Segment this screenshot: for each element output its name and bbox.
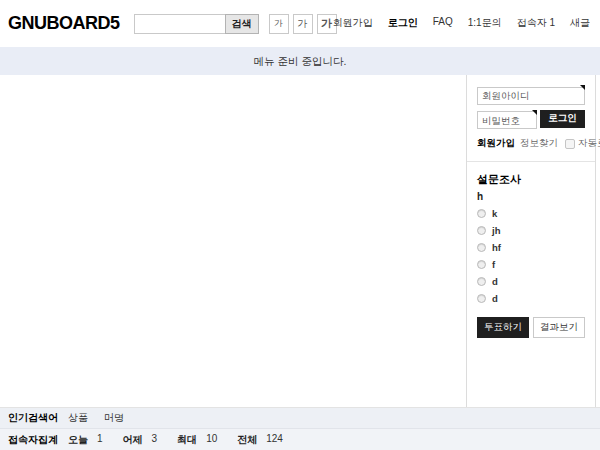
- poll-result-button[interactable]: 결과보기: [533, 317, 585, 338]
- poll-option[interactable]: hf: [477, 242, 585, 253]
- poll-option[interactable]: k: [477, 208, 585, 219]
- site-logo[interactable]: GNUBOARD5: [8, 13, 120, 34]
- font-size-medium-button[interactable]: 가: [293, 14, 313, 34]
- stat-max: 최대 10: [177, 433, 217, 447]
- stat-total: 전체 124: [237, 433, 283, 447]
- menu-preparing-message: 메뉴 준비 중입니다.: [254, 55, 347, 67]
- radio-icon[interactable]: [477, 243, 486, 252]
- poll-box: 설문조사 h k jh hf: [467, 162, 595, 348]
- poll-option-label: jh: [492, 225, 500, 236]
- poll-option-label: d: [492, 293, 498, 304]
- login-links-row: 회원가입 정보찾기 자동로그인: [477, 137, 585, 150]
- radio-icon[interactable]: [477, 226, 486, 235]
- popular-keyword-link[interactable]: 상품: [68, 411, 88, 425]
- poll-option-label: hf: [492, 242, 501, 253]
- search-form: 검색: [134, 14, 259, 34]
- register-link[interactable]: 회원가입: [477, 137, 515, 150]
- stat-label: 오늘: [68, 433, 88, 447]
- search-button[interactable]: 검색: [225, 14, 259, 34]
- poll-buttons-row: 투표하기 결과보기: [477, 317, 585, 338]
- login-box: 로그인 회원가입 정보찾기 자동로그인: [467, 75, 595, 161]
- menu-login-link[interactable]: 로그인: [388, 16, 418, 30]
- stat-label: 전체: [237, 433, 257, 447]
- poll-title: 설문조사: [477, 172, 585, 187]
- stat-value: 10: [206, 433, 217, 447]
- menu-connected-users-link[interactable]: 접속자 1: [517, 16, 555, 30]
- main-content-area: 로그인 회원가입 정보찾기 자동로그인 설문조사 h: [0, 75, 600, 407]
- poll-option[interactable]: d: [477, 276, 585, 287]
- font-size-small-button[interactable]: 가: [269, 14, 289, 34]
- stat-value: 1: [97, 433, 103, 447]
- stat-value: 124: [266, 433, 283, 447]
- poll-option-label: k: [492, 208, 497, 219]
- required-corner-icon: [532, 110, 537, 115]
- popular-keywords-label: 인기검색어: [8, 411, 68, 425]
- visitor-stats: 오늘 1 어제 3 최대 10 전체 124: [68, 433, 303, 447]
- menu-register-link[interactable]: 회원가입: [333, 16, 373, 30]
- visitor-stats-row: 접속자집계 오늘 1 어제 3 최대 10 전체 124: [0, 428, 600, 450]
- popular-keyword-link[interactable]: 머명: [104, 411, 124, 425]
- member-id-input[interactable]: [477, 87, 585, 105]
- poll-option[interactable]: d: [477, 293, 585, 304]
- radio-icon[interactable]: [477, 294, 486, 303]
- main-menu-bar: 메뉴 준비 중입니다.: [0, 47, 600, 75]
- stat-today: 오늘 1: [68, 433, 103, 447]
- stat-label: 최대: [177, 433, 197, 447]
- poll-options: k jh hf f d: [477, 208, 585, 304]
- radio-icon[interactable]: [477, 209, 486, 218]
- auto-login-label: 자동로그인: [578, 137, 600, 150]
- menu-faq-link[interactable]: FAQ: [433, 16, 453, 30]
- login-button[interactable]: 로그인: [540, 110, 585, 128]
- poll-option[interactable]: jh: [477, 225, 585, 236]
- menu-inquiry-link[interactable]: 1:1문의: [468, 16, 502, 30]
- radio-icon[interactable]: [477, 260, 486, 269]
- vote-button[interactable]: 투표하기: [477, 317, 529, 338]
- menu-new-posts-link[interactable]: 새글: [570, 16, 590, 30]
- stat-label: 어제: [123, 433, 143, 447]
- radio-icon[interactable]: [477, 277, 486, 286]
- stat-yesterday: 어제 3: [123, 433, 158, 447]
- password-input[interactable]: [477, 111, 537, 129]
- stat-value: 3: [152, 433, 158, 447]
- font-size-controls: 가 가 가: [269, 14, 337, 34]
- header: GNUBOARD5 검색 가 가 가 회원가입 로그인 FAQ 1:1문의 접속…: [0, 0, 600, 47]
- popular-keywords-row: 인기검색어 상품 머명: [0, 407, 600, 428]
- poll-question: h: [477, 191, 585, 202]
- sidebar: 로그인 회원가입 정보찾기 자동로그인 설문조사 h: [466, 75, 596, 407]
- auto-login-checkbox[interactable]: [565, 139, 575, 149]
- find-info-link[interactable]: 정보찾기: [520, 137, 558, 150]
- required-corner-icon: [580, 85, 585, 90]
- auto-login-control: 자동로그인: [565, 137, 600, 150]
- search-input[interactable]: [134, 14, 226, 34]
- poll-option-label: d: [492, 276, 498, 287]
- poll-option[interactable]: f: [477, 259, 585, 270]
- visitor-stats-label: 접속자집계: [8, 433, 68, 447]
- poll-option-label: f: [492, 259, 495, 270]
- member-menu: 회원가입 로그인 FAQ 1:1문의 접속자 1 새글: [333, 16, 590, 30]
- gnuboard-home-page: GNUBOARD5 검색 가 가 가 회원가입 로그인 FAQ 1:1문의 접속…: [0, 0, 600, 450]
